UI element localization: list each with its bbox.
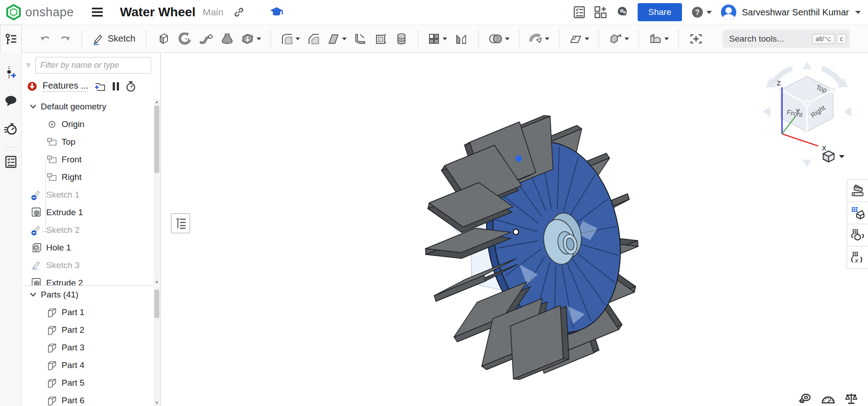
follow-checklist-button[interactable] — [0, 150, 22, 174]
tree-item-extrude-1[interactable]: Extrude 1 — [22, 203, 153, 221]
thicken-button[interactable] — [241, 33, 261, 45]
tree-item-front-plane[interactable]: Front — [22, 151, 153, 168]
pause-icon[interactable] — [112, 81, 120, 91]
plane-dropdown-caret[interactable] — [585, 38, 589, 40]
tree-item-sketch-2[interactable]: Sketch 2 — [22, 221, 153, 239]
part-row-6[interactable]: Part 6 — [22, 392, 153, 406]
parts-scrollbar[interactable]: ▼ — [154, 286, 160, 406]
shell-button[interactable] — [375, 33, 387, 45]
draft-dropdown-caret[interactable] — [342, 38, 347, 40]
ai-advisor-icon[interactable] — [616, 6, 629, 19]
move-face-dropdown-caret[interactable] — [545, 38, 549, 40]
hole-button[interactable] — [396, 33, 407, 45]
fillet-dropdown-caret[interactable] — [296, 38, 300, 40]
feature-list-tab[interactable] — [0, 25, 22, 53]
scroll-down-arrow[interactable]: ▼ — [154, 401, 160, 405]
filter-icon[interactable] — [26, 61, 31, 71]
extrude-button[interactable] — [157, 33, 170, 45]
avatar[interactable] — [721, 5, 736, 20]
hamburger-menu-icon[interactable] — [91, 7, 104, 18]
parts-scrollbar-thumb[interactable] — [154, 290, 159, 318]
tree-item-sketch-1[interactable]: Sketch 1 — [22, 186, 153, 203]
configured-features-panel-button[interactable] — [847, 224, 868, 246]
revolve-button[interactable] — [178, 33, 191, 45]
appearance-panel-button[interactable] — [847, 180, 868, 202]
brand-wordmark[interactable]: onshape — [25, 5, 74, 19]
tree-item-default-geometry[interactable]: Default geometry — [22, 98, 153, 115]
boolean-button[interactable] — [488, 33, 510, 45]
mass-properties-icon[interactable] — [844, 392, 858, 405]
loft-button[interactable] — [221, 33, 234, 45]
custom-feature-button[interactable] — [689, 33, 703, 45]
sweep-button[interactable] — [199, 33, 213, 45]
measure-icon[interactable] — [798, 393, 812, 405]
boolean-dropdown-caret[interactable] — [505, 38, 510, 40]
stopwatch-icon[interactable] — [125, 81, 136, 92]
document-title[interactable]: Water Wheel — [120, 5, 196, 19]
features-label[interactable]: Features ... — [43, 80, 88, 92]
chevron-down-icon[interactable] — [30, 293, 36, 297]
view-cube-body[interactable]: Top Front Right — [778, 76, 836, 132]
scroll-down-arrow[interactable]: ▼ — [154, 280, 160, 284]
draft-button[interactable] — [327, 33, 347, 45]
sheet-metal-dropdown-caret[interactable] — [664, 38, 669, 40]
part-row-2[interactable]: Part 2 — [22, 321, 153, 339]
configurations-panel-button[interactable] — [847, 202, 868, 224]
help-menu[interactable]: ? — [691, 6, 712, 19]
search-tools-box[interactable]: Search tools... alt/⌥ c — [723, 30, 850, 48]
tree-item-right-plane[interactable]: Right — [22, 168, 153, 186]
selected-vertex-marker[interactable] — [515, 156, 522, 162]
link-icon[interactable] — [234, 7, 244, 18]
part-row-3[interactable]: Part 3 — [22, 339, 153, 356]
plane-button[interactable] — [569, 33, 589, 45]
parts-header[interactable]: Parts (41) — [22, 286, 153, 303]
add-folder-icon[interactable] — [94, 81, 106, 92]
share-button[interactable]: Share — [638, 3, 682, 21]
tree-item-extrude-2[interactable]: Extrude 2 — [22, 274, 153, 285]
features-scrollbar-thumb[interactable] — [154, 106, 159, 173]
linear-pattern-dropdown-caret[interactable] — [443, 38, 447, 40]
move-face-button[interactable] — [529, 33, 549, 45]
part-row-4[interactable]: Part 4 — [22, 356, 153, 374]
thicken-dropdown-caret[interactable] — [257, 38, 261, 40]
redo-button[interactable] — [59, 33, 71, 44]
onshape-logo-icon[interactable] — [5, 4, 22, 20]
learning-icon[interactable] — [270, 6, 283, 18]
workspace-name[interactable]: Main — [203, 7, 224, 18]
transform-dropdown-caret[interactable] — [625, 38, 629, 40]
filter-input[interactable] — [35, 57, 151, 74]
tree-item-hole-1[interactable]: Hole 1 — [22, 239, 153, 256]
part-row-5[interactable]: Part 5 — [22, 374, 153, 392]
history-button[interactable] — [0, 117, 22, 141]
rib-button[interactable] — [354, 33, 367, 45]
chamfer-button[interactable] — [307, 33, 320, 45]
tree-item-top-plane[interactable]: Top — [22, 133, 153, 151]
tree-item-sketch-3[interactable]: Sketch 3 — [22, 256, 153, 274]
chevron-down-icon[interactable] — [30, 104, 36, 109]
versions-add-button[interactable] — [0, 61, 22, 85]
view-options-menu[interactable] — [822, 150, 844, 163]
user-name[interactable]: Sarveshwar Senthil Kumar — [742, 7, 849, 18]
mirror-button[interactable] — [454, 33, 468, 45]
transform-button[interactable] — [609, 33, 629, 45]
feature-panel-toggle-button[interactable] — [171, 213, 190, 233]
tasks-icon[interactable] — [573, 6, 585, 19]
features-scrollbar[interactable]: ▲ ▼ — [154, 99, 160, 285]
origin-marker[interactable] — [513, 229, 519, 235]
protractor-icon[interactable] — [821, 393, 835, 405]
fillet-button[interactable] — [281, 33, 300, 45]
help-icon[interactable]: ? — [691, 6, 704, 19]
linear-pattern-button[interactable] — [428, 33, 447, 45]
tree-item-origin[interactable]: Origin — [22, 115, 153, 133]
draft-icon — [327, 33, 340, 45]
sketch-button[interactable]: Sketch — [92, 33, 135, 45]
comments-button[interactable] — [0, 89, 22, 113]
apps-icon[interactable] — [594, 6, 607, 19]
undo-button[interactable] — [39, 33, 51, 44]
rollback-icon[interactable] — [27, 81, 37, 91]
part-row-1[interactable]: Part 1 — [22, 303, 153, 321]
variables-panel-button[interactable]: x — [847, 246, 868, 269]
sheet-metal-button[interactable] — [649, 33, 669, 45]
scroll-up-arrow[interactable]: ▲ — [154, 99, 160, 104]
user-menu-caret-icon[interactable] — [855, 11, 861, 14]
